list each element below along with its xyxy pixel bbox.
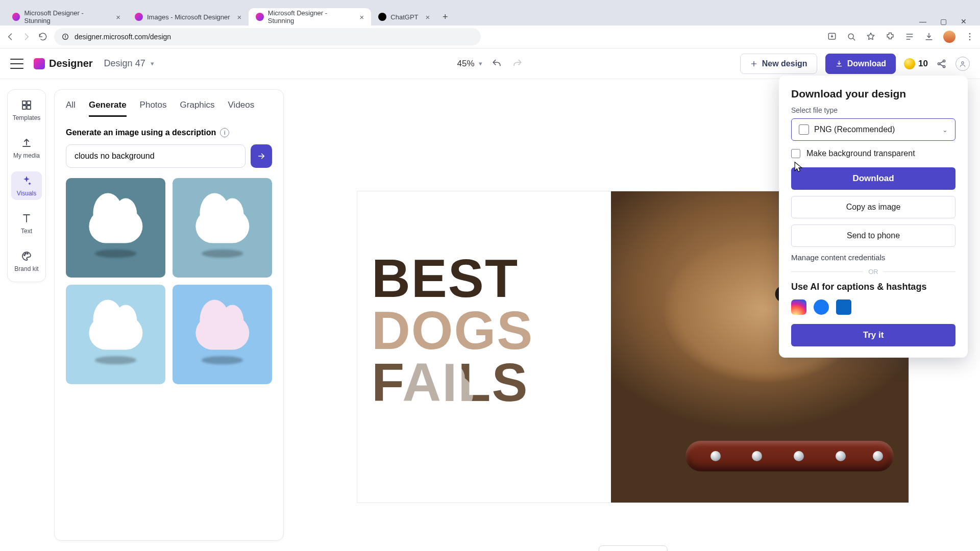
canvas-text-2[interactable]: DOGS — [372, 305, 611, 357]
generated-thumbnail[interactable] — [173, 285, 272, 384]
rail-text[interactable]: Text — [11, 209, 42, 238]
design-picker[interactable]: Design 47 ▾ — [104, 58, 154, 69]
linkedin-icon[interactable] — [836, 299, 851, 315]
grid-icon — [20, 99, 33, 111]
download-confirm-label: Download — [852, 173, 894, 184]
tab-graphics[interactable]: Graphics — [180, 100, 215, 117]
downloads-icon[interactable] — [924, 32, 934, 42]
download-button[interactable]: Download — [825, 54, 896, 74]
send-to-phone-button[interactable]: Send to phone — [791, 224, 955, 247]
try-it-button[interactable]: Try it — [791, 324, 955, 346]
share-icon[interactable] — [936, 58, 947, 69]
close-icon[interactable]: × — [360, 13, 364, 21]
site-info-icon[interactable] — [61, 33, 69, 41]
browser-tab[interactable]: ChatGPT × — [371, 8, 437, 26]
chevron-down-icon: ▾ — [151, 60, 154, 67]
svg-point-4 — [969, 36, 971, 38]
tab-photos[interactable]: Photos — [140, 100, 167, 117]
rail-label: Templates — [13, 114, 41, 121]
facebook-icon[interactable] — [814, 299, 829, 315]
tab-videos[interactable]: Videos — [228, 100, 255, 117]
address-bar[interactable]: designer.microsoft.com/design — [54, 28, 481, 45]
generate-submit-button[interactable] — [251, 144, 272, 168]
brand-logo-icon — [34, 58, 45, 69]
close-icon[interactable]: × — [237, 13, 242, 21]
rail-templates[interactable]: Templates — [11, 96, 42, 124]
window-maximize-icon[interactable]: ▢ — [939, 17, 947, 26]
browser-tab[interactable]: Microsoft Designer - Stunning × — [249, 8, 371, 26]
rail-brand-kit[interactable]: Brand kit — [11, 247, 42, 276]
tab-generate[interactable]: Generate — [89, 100, 127, 117]
svg-point-14 — [24, 255, 25, 256]
tab-label: Graphics — [180, 100, 215, 110]
new-design-label: New design — [762, 59, 807, 68]
nav-reload-icon[interactable] — [38, 32, 48, 42]
canvas-text-1[interactable]: BEST — [372, 253, 611, 305]
browser-tab[interactable]: Images - Microsoft Designer × — [128, 8, 249, 26]
svg-point-2 — [848, 34, 853, 39]
close-icon[interactable]: × — [426, 13, 430, 21]
zoom-icon[interactable] — [846, 32, 856, 42]
canvas-cloud-element[interactable] — [400, 374, 473, 414]
brand-name: Designer — [49, 58, 93, 69]
credits-badge[interactable]: 10 — [904, 58, 928, 69]
redo-icon[interactable] — [512, 58, 523, 69]
add-page-button[interactable]: + Add page — [599, 545, 668, 551]
tab-all[interactable]: All — [66, 100, 76, 117]
text-icon — [20, 212, 33, 224]
account-icon[interactable] — [955, 57, 970, 71]
rail-visuals[interactable]: Visuals — [11, 171, 42, 200]
transparent-bg-checkbox[interactable]: Make background transparent — [791, 149, 955, 158]
generated-thumbnail[interactable] — [66, 178, 165, 278]
url-text: designer.microsoft.com/design — [75, 33, 171, 41]
undo-icon[interactable] — [492, 58, 503, 69]
profile-avatar-icon[interactable] — [943, 31, 955, 43]
canvas-cloud-element[interactable] — [495, 416, 556, 449]
download-icon — [835, 60, 843, 68]
svg-rect-10 — [22, 101, 26, 105]
nav-forward-icon[interactable] — [21, 32, 32, 42]
svg-rect-13 — [27, 106, 31, 109]
instagram-icon[interactable] — [791, 299, 806, 315]
chevron-down-icon: ▾ — [479, 60, 482, 67]
upload-icon — [20, 137, 33, 149]
generated-thumbnail[interactable] — [173, 178, 272, 278]
info-icon[interactable]: i — [220, 128, 229, 137]
close-icon[interactable]: × — [116, 13, 120, 21]
brand[interactable]: Designer — [34, 58, 93, 69]
window-minimize-icon[interactable]: — — [919, 17, 927, 26]
download-panel: Download your design Select file type PN… — [779, 76, 968, 358]
copy-as-image-button[interactable]: Copy as image — [791, 196, 955, 218]
tab-label: Photos — [140, 100, 167, 110]
kebab-menu-icon[interactable] — [965, 32, 975, 42]
manage-credentials-label: Manage content credentials — [791, 253, 885, 262]
download-confirm-button[interactable]: Download — [791, 167, 955, 190]
manage-credentials-link[interactable]: Manage content credentials — [791, 253, 955, 262]
rail-label: Brand kit — [14, 265, 38, 272]
extensions-icon[interactable] — [885, 32, 895, 42]
palette-icon — [20, 250, 33, 262]
favicon-icon — [378, 13, 386, 21]
window-close-icon[interactable]: ✕ — [960, 17, 968, 26]
nav-back-icon[interactable] — [5, 32, 15, 42]
prompt-input[interactable] — [66, 144, 246, 168]
bookmark-icon[interactable] — [866, 32, 876, 42]
zoom-select[interactable]: 45% ▾ — [457, 59, 482, 69]
svg-rect-12 — [22, 106, 26, 109]
image-icon — [799, 124, 809, 135]
visuals-tabs: All Generate Photos Graphics Videos — [66, 100, 272, 117]
download-label: Download — [847, 59, 886, 68]
new-design-button[interactable]: New design — [740, 54, 817, 74]
hamburger-menu-icon[interactable] — [10, 59, 23, 69]
rail-my-media[interactable]: My media — [11, 134, 42, 162]
file-type-select[interactable]: PNG (Recommended) ⌄ — [791, 118, 955, 141]
new-tab-button[interactable]: + — [437, 8, 453, 26]
reading-list-icon[interactable] — [904, 32, 915, 42]
copy-as-image-label: Copy as image — [846, 203, 901, 212]
sparkle-icon — [20, 174, 33, 187]
generated-thumbnail[interactable] — [66, 285, 165, 384]
install-app-icon[interactable] — [827, 32, 837, 42]
browser-tab[interactable]: Microsoft Designer - Stunning × — [5, 8, 128, 26]
browser-tabstrip[interactable]: Microsoft Designer - Stunning × Images -… — [0, 5, 980, 26]
or-divider: OR — [868, 268, 878, 276]
